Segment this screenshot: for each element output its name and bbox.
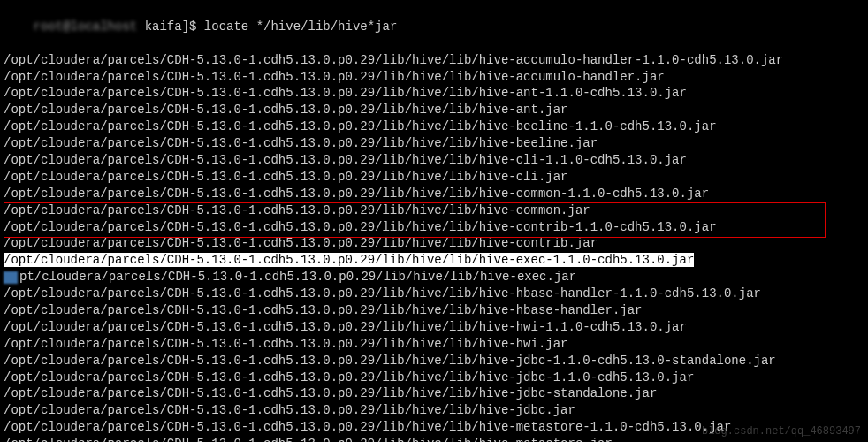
output-line: /opt/cloudera/parcels/CDH-5.13.0-1.cdh5.…	[4, 102, 864, 118]
output-after-highlight: pt/cloudera/parcels/CDH-5.13.0-1.cdh5.13…	[4, 269, 864, 442]
output-line: /opt/cloudera/parcels/CDH-5.13.0-1.cdh5.…	[4, 235, 864, 252]
prompt-tail: kaifa]$	[137, 19, 204, 34]
output-line: /opt/cloudera/parcels/CDH-5.13.0-1.cdh5.…	[4, 69, 864, 86]
command-text: locate */hive/lib/hive*jar	[204, 19, 397, 34]
highlighted-line[interactable]: /opt/cloudera/parcels/CDH-5.13.0-1.cdh5.…	[4, 253, 694, 267]
terminal-window[interactable]: root@localhost kaifa]$ locate */hive/lib…	[4, 2, 864, 442]
output-line: /opt/cloudera/parcels/CDH-5.13.0-1.cdh5.…	[4, 336, 864, 353]
user-host-blurred: root@localhost	[34, 19, 138, 35]
output-line: /opt/cloudera/parcels/CDH-5.13.0-1.cdh5.…	[4, 52, 864, 69]
prompt-line: root@localhost kaifa]$ locate */hive/lib…	[4, 2, 864, 52]
output-line: /opt/cloudera/parcels/CDH-5.13.0-1.cdh5.…	[4, 169, 864, 186]
output-line: /opt/cloudera/parcels/CDH-5.13.0-1.cdh5.…	[4, 353, 864, 370]
output-line: /opt/cloudera/parcels/CDH-5.13.0-1.cdh5.…	[4, 202, 864, 219]
output-line: /opt/cloudera/parcels/CDH-5.13.0-1.cdh5.…	[4, 302, 864, 319]
output-line: /opt/cloudera/parcels/CDH-5.13.0-1.cdh5.…	[4, 186, 864, 202]
output-line: /opt/cloudera/parcels/CDH-5.13.0-1.cdh5.…	[4, 219, 864, 236]
output-line: /opt/cloudera/parcels/CDH-5.13.0-1.cdh5.…	[4, 135, 864, 152]
output-line: /opt/cloudera/parcels/CDH-5.13.0-1.cdh5.…	[4, 319, 864, 336]
output-line: /opt/cloudera/parcels/CDH-5.13.0-1.cdh5.…	[4, 385, 864, 402]
output-line: /opt/cloudera/parcels/CDH-5.13.0-1.cdh5.…	[4, 286, 864, 302]
line-marker-icon	[4, 271, 18, 284]
output-before-highlight: /opt/cloudera/parcels/CDH-5.13.0-1.cdh5.…	[4, 52, 864, 253]
output-line: /opt/cloudera/parcels/CDH-5.13.0-1.cdh5.…	[4, 85, 864, 102]
output-line: /opt/cloudera/parcels/CDH-5.13.0-1.cdh5.…	[4, 152, 864, 169]
watermark-text: blog.csdn.net/qq_46893497	[702, 424, 861, 438]
output-line: /opt/cloudera/parcels/CDH-5.13.0-1.cdh5.…	[4, 118, 864, 135]
output-line: /opt/cloudera/parcels/CDH-5.13.0-1.cdh5.…	[4, 402, 864, 419]
output-line: /opt/cloudera/parcels/CDH-5.13.0-1.cdh5.…	[4, 370, 864, 386]
output-line: pt/cloudera/parcels/CDH-5.13.0-1.cdh5.13…	[4, 269, 864, 286]
